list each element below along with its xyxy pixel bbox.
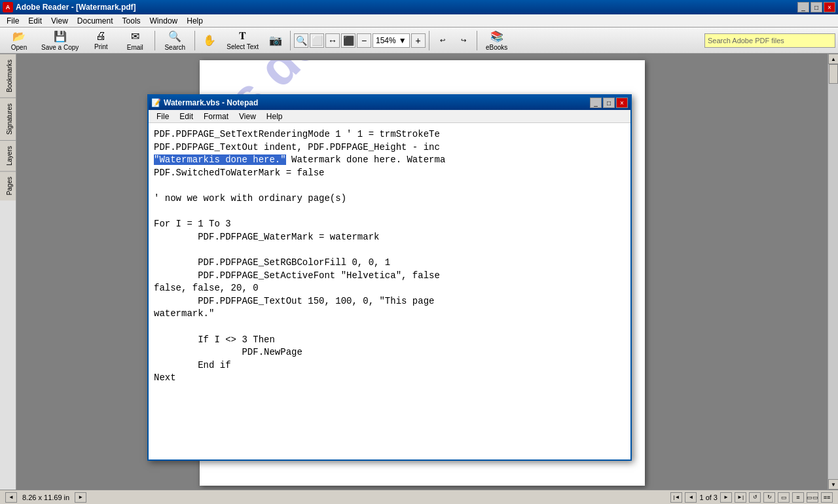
first-page-button[interactable]: |◄ bbox=[670, 492, 682, 503]
cursor-icon: 𝐓 bbox=[239, 30, 246, 42]
prev-page-button[interactable]: ◄ bbox=[685, 492, 697, 503]
pdf-viewport: Watermarkis done here. Watermarkis done … bbox=[16, 54, 828, 490]
last-page-button[interactable]: ►| bbox=[735, 492, 746, 503]
notepad-title-bar: 📝 Watermark.vbs - Notepad _ □ × bbox=[149, 96, 630, 110]
title-bar-left: A Adobe Reader - [Watermark.pdf] bbox=[3, 2, 136, 12]
highlighted-text: "Watermarkis done here." bbox=[154, 154, 286, 165]
email-button[interactable]: ✉ Email bbox=[118, 29, 151, 52]
ebooks-button[interactable]: 📚 eBooks bbox=[481, 29, 513, 52]
notepad-content[interactable]: PDF.PDFPAGE_SetTextRenderingMode 1 ' 1 =… bbox=[149, 123, 630, 459]
scroll-thumb[interactable] bbox=[829, 64, 838, 84]
save-copy-button[interactable]: 💾 Save a Copy bbox=[37, 29, 83, 52]
sidebar-tab-pages[interactable]: Pages bbox=[0, 171, 16, 200]
open-button[interactable]: 📂 Open bbox=[3, 29, 35, 52]
notepad-menu-edit[interactable]: Edit bbox=[174, 111, 198, 122]
status-left: ◄ 8.26 x 11.69 in ► bbox=[5, 492, 86, 503]
open-icon: 📂 bbox=[12, 30, 26, 43]
sidebar-tab-bookmarks[interactable]: Bookmarks bbox=[0, 54, 16, 98]
single-page-button[interactable]: ▭ bbox=[778, 492, 790, 503]
sidebar-tab-layers[interactable]: Layers bbox=[0, 140, 16, 171]
email-icon: ✉ bbox=[131, 30, 139, 43]
select-text-button[interactable]: 𝐓 Select Text bbox=[222, 29, 263, 52]
separator-3 bbox=[290, 31, 291, 50]
facing-button[interactable]: ▭▭ bbox=[807, 492, 818, 503]
scroll-right-button[interactable]: ► bbox=[75, 492, 86, 503]
page-indicator: 1 of 3 bbox=[699, 494, 718, 501]
separator-5 bbox=[477, 31, 477, 50]
menu-help[interactable]: Help bbox=[183, 15, 207, 27]
toolbar: 📂 Open 💾 Save a Copy 🖨 Print ✉ Email 🔍 S… bbox=[0, 27, 838, 54]
forward-button[interactable]: ↻ bbox=[763, 492, 775, 503]
camera-icon: 📷 bbox=[269, 34, 282, 46]
scroll-down-button[interactable]: ▼ bbox=[828, 479, 838, 490]
save-copy-label: Save a Copy bbox=[41, 44, 79, 51]
zoom-value: 154% bbox=[376, 36, 396, 45]
print-button[interactable]: 🖨 Print bbox=[84, 29, 117, 52]
zoom-in-button[interactable]: + bbox=[411, 33, 426, 48]
search-adobe-box[interactable]: Search Adobe PDF files bbox=[704, 33, 835, 48]
print-label: Print bbox=[94, 43, 108, 50]
hand-icon: ✋ bbox=[203, 34, 216, 46]
ebooks-icon: 📚 bbox=[490, 30, 503, 43]
nav-icon-2: ↪ bbox=[461, 37, 466, 44]
email-label: Email bbox=[127, 44, 143, 51]
nav-button-2[interactable]: ↪ bbox=[454, 29, 473, 52]
separator-4 bbox=[429, 31, 429, 50]
menu-document[interactable]: Document bbox=[73, 15, 117, 27]
print-icon: 🖨 bbox=[96, 30, 106, 42]
notepad-menu-help[interactable]: Help bbox=[261, 111, 288, 122]
zoom-dropdown[interactable]: 154% ▼ bbox=[373, 33, 410, 48]
notepad-minimize[interactable]: _ bbox=[590, 98, 602, 108]
notepad-menu-file[interactable]: File bbox=[151, 111, 174, 122]
menu-window[interactable]: Window bbox=[146, 15, 182, 27]
rewind-button[interactable]: ↺ bbox=[749, 492, 761, 503]
continuous-button[interactable]: ≡ bbox=[792, 492, 804, 503]
menu-tools[interactable]: Tools bbox=[118, 15, 145, 27]
notepad-maximize[interactable]: □ bbox=[603, 98, 615, 108]
select-text-label: Select Text bbox=[227, 43, 259, 50]
hand-tool-button[interactable]: ✋ bbox=[198, 29, 221, 52]
separator-2 bbox=[194, 31, 195, 50]
main-area: Bookmarks Signatures Layers Pages Waterm… bbox=[0, 54, 838, 490]
notepad-menu-view[interactable]: View bbox=[234, 111, 261, 122]
zoom-in-left-button[interactable]: 🔍 bbox=[294, 33, 308, 48]
notepad-menu-format[interactable]: Format bbox=[198, 111, 234, 122]
menu-file[interactable]: File bbox=[3, 15, 23, 27]
fit-actual-button[interactable]: ⬛ bbox=[341, 33, 355, 48]
notepad-window: 📝 Watermark.vbs - Notepad _ □ × File Edi… bbox=[147, 94, 632, 461]
maximize-button[interactable]: □ bbox=[811, 2, 822, 12]
right-scrollbar: ▲ ▼ bbox=[828, 54, 838, 490]
menu-edit[interactable]: Edit bbox=[24, 15, 46, 27]
next-page-button[interactable]: ► bbox=[720, 492, 732, 503]
search-label: Search bbox=[164, 44, 185, 51]
search-button[interactable]: 🔍 Search bbox=[158, 29, 191, 52]
scroll-up-button[interactable]: ▲ bbox=[828, 54, 838, 64]
nav-area: |◄ ◄ 1 of 3 ► ►| ↺ ↻ ▭ ≡ ▭▭ ≡≡ bbox=[670, 492, 833, 503]
close-button[interactable]: × bbox=[824, 2, 835, 12]
title-bar-controls[interactable]: _ □ × bbox=[797, 2, 835, 12]
save-icon: 💾 bbox=[54, 30, 67, 43]
continuous-facing-button[interactable]: ≡≡ bbox=[821, 492, 833, 503]
zoom-out-button[interactable]: − bbox=[357, 33, 371, 48]
search-icon: 🔍 bbox=[168, 30, 181, 43]
sidebar-tab-signatures[interactable]: Signatures bbox=[0, 98, 16, 140]
notepad-close[interactable]: × bbox=[616, 98, 628, 108]
nav-icon-1: ↩ bbox=[440, 37, 445, 44]
snapshot-button[interactable]: 📷 bbox=[264, 29, 287, 52]
zoom-dropdown-arrow: ▼ bbox=[399, 36, 407, 45]
minimize-button[interactable]: _ bbox=[797, 2, 809, 12]
notepad-controls[interactable]: _ □ × bbox=[590, 98, 628, 108]
fit-page-button[interactable]: ⬜ bbox=[310, 33, 324, 48]
open-label: Open bbox=[11, 44, 27, 51]
notepad-title: Watermark.vbs - Notepad bbox=[164, 98, 258, 107]
scroll-left-button[interactable]: ◄ bbox=[5, 492, 17, 503]
left-sidebar: Bookmarks Signatures Layers Pages bbox=[0, 54, 16, 490]
status-bar: ◄ 8.26 x 11.69 in ► |◄ ◄ 1 of 3 ► ►| ↺ ↻… bbox=[0, 490, 838, 504]
app-icon: A bbox=[3, 2, 13, 12]
menu-view[interactable]: View bbox=[47, 15, 72, 27]
fit-width-button[interactable]: ↔ bbox=[325, 33, 340, 48]
zoom-controls: 🔍 ⬜ ↔ ⬛ − 154% ▼ + bbox=[294, 33, 426, 48]
nav-button-1[interactable]: ↩ bbox=[433, 29, 452, 52]
notepad-menu: File Edit Format View Help bbox=[149, 110, 630, 123]
scroll-track bbox=[828, 64, 838, 479]
